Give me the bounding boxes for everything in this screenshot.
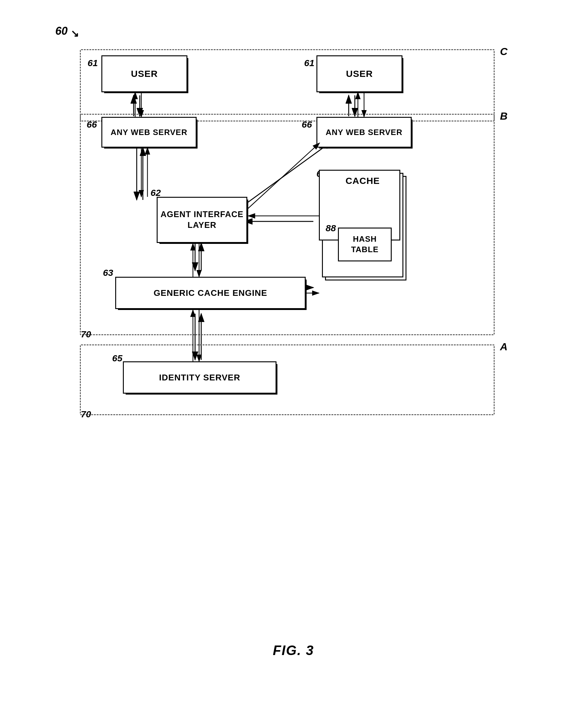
ref-65: 65 [112,353,122,363]
ref-70-bottom: 70 [81,409,91,419]
cache-engine-box: GENERIC CACHE ENGINE [115,277,306,309]
figure-arrow: ↘ [71,28,79,39]
box-c-label: C [500,45,507,58]
webserver2-box: ANY WEB SERVER [316,117,412,147]
figure-caption: FIG. 3 [273,643,314,658]
ref-61-user1: 61 [87,58,98,68]
user1-box: USER [101,55,187,92]
box-a-label: A [500,341,507,353]
webserver1-box: ANY WEB SERVER [101,117,196,147]
user2-box: USER [316,55,402,92]
ref-61-user2: 61 [304,58,314,68]
ref-63: 63 [103,267,113,278]
ref-62: 62 [150,187,161,198]
hash-table-box: HASHTABLE [338,227,392,261]
figure-number: 60 [55,25,68,38]
identity-server-box: IDENTITY SERVER [123,361,276,394]
ref-66-ws2: 66 [302,119,312,130]
agent-interface-box: AGENT INTERFACELAYER [157,197,247,243]
ref-70-top: 70 [81,329,91,340]
ref-88: 88 [326,223,336,234]
diagram-container: 60 ↘ C B A 70 70 61 USER 61 USER 66 [55,25,531,671]
ref-66-ws1: 66 [87,119,97,130]
box-b-label: B [500,110,507,122]
